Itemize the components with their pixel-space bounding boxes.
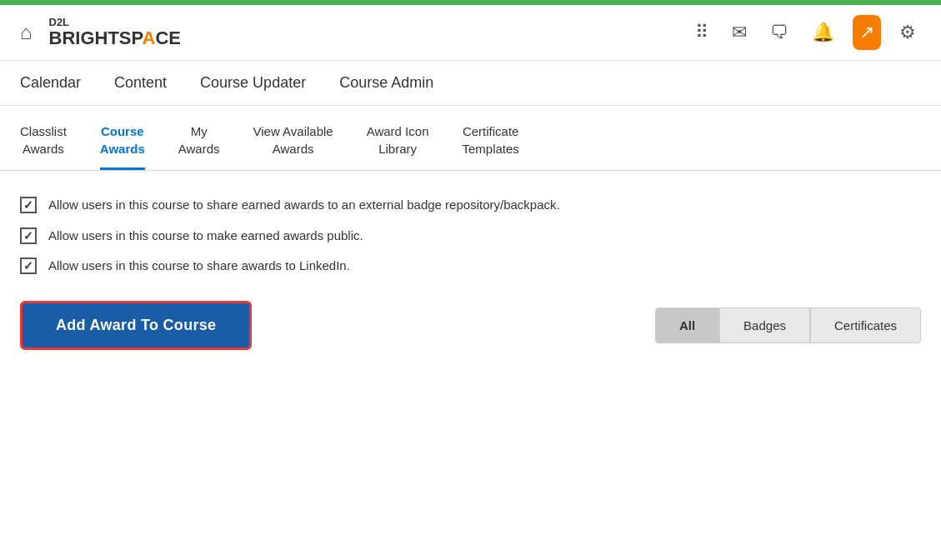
nav-content[interactable]: Content xyxy=(114,74,167,92)
bottom-row: Add Award To Course All Badges Certifica… xyxy=(20,301,921,350)
filter-badges-button[interactable]: Badges xyxy=(719,308,810,343)
filter-buttons: All Badges Certificates xyxy=(655,308,921,343)
tab-course-awards[interactable]: Course Awards xyxy=(100,122,145,170)
bell-icon[interactable]: 🔔 xyxy=(807,17,839,48)
tab-my-awards[interactable]: My Awards xyxy=(178,122,220,168)
check-mark: ✓ xyxy=(23,229,33,242)
header-right: ⠿ ✉ 🗨 🔔 ↗ ⚙ xyxy=(690,15,921,50)
tab-view-available-awards[interactable]: View Available Awards xyxy=(253,122,333,168)
main-content: ✓ Allow users in this course to share ea… xyxy=(0,171,941,375)
logo: D2L BRIGHTSPACE xyxy=(49,17,182,48)
filter-all-button[interactable]: All xyxy=(655,308,719,343)
settings-icon[interactable]: ⚙ xyxy=(894,17,921,48)
tab-classlist-awards[interactable]: Classlist Awards xyxy=(20,122,67,168)
checkbox-make-public[interactable]: ✓ xyxy=(20,228,37,244)
tab-bar: Classlist Awards Course Awards My Awards… xyxy=(0,106,941,171)
add-award-button[interactable]: Add Award To Course xyxy=(20,301,252,350)
tab-certificate-templates[interactable]: Certificate Templates xyxy=(462,122,518,168)
checkbox-label-share-badge: Allow users in this course to share earn… xyxy=(48,196,560,215)
checkbox-label-share-linkedin: Allow users in this course to share awar… xyxy=(48,257,350,276)
check-mark: ✓ xyxy=(23,198,33,212)
apps-icon[interactable]: ⠿ xyxy=(690,17,713,48)
active-icon[interactable]: ↗ xyxy=(853,15,881,50)
checkbox-share-linkedin[interactable]: ✓ xyxy=(20,258,37,274)
checkbox-share-badge[interactable]: ✓ xyxy=(20,197,37,213)
nav-calendar[interactable]: Calendar xyxy=(20,74,81,92)
checkbox-row-make-public: ✓ Allow users in this course to make ear… xyxy=(20,227,921,246)
check-mark: ✓ xyxy=(23,259,33,272)
logo-brightspace: BRIGHTSPACE xyxy=(49,28,182,48)
mail-icon[interactable]: ✉ xyxy=(727,17,752,48)
checkbox-list: ✓ Allow users in this course to share ea… xyxy=(20,196,921,276)
home-icon[interactable]: ⌂ xyxy=(20,21,33,44)
filter-certificates-button[interactable]: Certificates xyxy=(810,308,921,343)
header-left: ⌂ D2L BRIGHTSPACE xyxy=(20,17,181,48)
checkbox-row-share-linkedin: ✓ Allow users in this course to share aw… xyxy=(20,257,921,276)
checkbox-row-share-badge: ✓ Allow users in this course to share ea… xyxy=(20,196,921,215)
nav-bar: Calendar Content Course Updater Course A… xyxy=(0,61,941,106)
chat-icon[interactable]: 🗨 xyxy=(765,17,793,48)
logo-d2l: D2L xyxy=(49,17,182,28)
header: ⌂ D2L BRIGHTSPACE ⠿ ✉ 🗨 🔔 ↗ ⚙ xyxy=(0,5,941,61)
nav-course-admin[interactable]: Course Admin xyxy=(339,74,433,92)
nav-course-updater[interactable]: Course Updater xyxy=(200,74,306,92)
checkbox-label-make-public: Allow users in this course to make earne… xyxy=(48,227,363,246)
logo-highlight: A xyxy=(143,28,156,48)
tab-award-icon-library[interactable]: Award Icon Library xyxy=(367,122,429,168)
